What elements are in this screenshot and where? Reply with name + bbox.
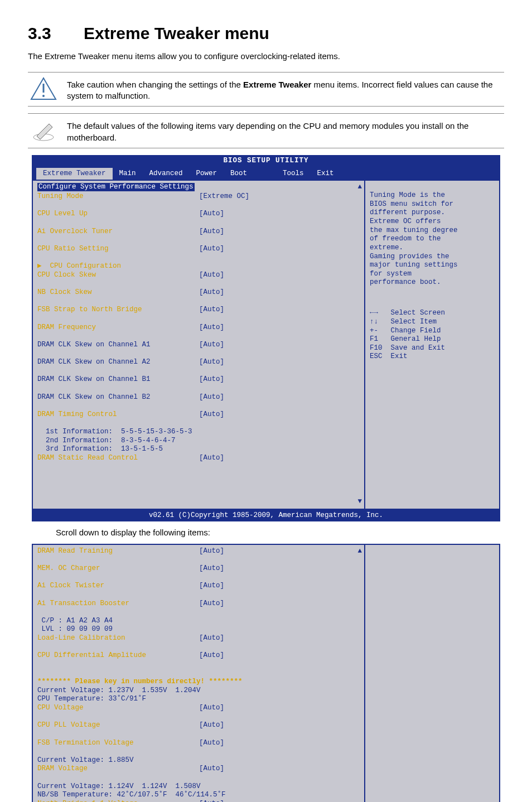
bios-copyright: v02.61 (C)Copyright 1985-2009, American … [32,510,500,521]
section-number: 3.3 [28,22,84,45]
caution-bold: Extreme Tweaker [243,80,311,89]
page-title: 3.3Extreme Tweaker menu [28,22,504,45]
tab-extreme-tweaker[interactable]: Extreme Tweaker [36,168,113,180]
tab-advanced[interactable]: Advanced [143,168,190,180]
info-note: The default values of the following item… [28,113,504,148]
section-title: Extreme Tweaker menu [84,24,269,42]
bios-left-panel: Configure System Performance Settings Tu… [33,181,365,509]
tab-exit[interactable]: Exit [311,168,341,180]
bios-left-panel-2: DRAM Read Training[Auto] MEM. OC Charger… [33,545,365,802]
tab-tools[interactable]: Tools [276,168,311,180]
info-text: The default values of the following item… [67,118,504,143]
caution-text: Take caution when changing the settings … [67,77,504,102]
tab-power[interactable]: Power [190,168,224,180]
bios-header: BIOS SETUP UTILITY [32,155,500,167]
bios-screen-1: BIOS SETUP UTILITY Extreme Tweaker Main … [32,155,500,521]
tab-boot[interactable]: Boot [224,168,254,180]
bios-right-panel-2: ←→ Select Screen ↑↓ Select Item +- Chang… [365,545,499,802]
pencil-icon [28,118,59,142]
svg-point-2 [42,95,45,97]
scroll-down-icon[interactable]: ▼ [357,497,362,506]
scroll-up-icon[interactable]: ▲ [357,183,362,192]
bios-screen-2: DRAM Read Training[Auto] MEM. OC Charger… [32,544,500,802]
caution-note: Take caution when changing the settings … [28,72,504,107]
intro-text: The Extreme Tweaker menu items allow you… [28,51,504,62]
scroll-up-icon[interactable]: ▲ [357,547,362,556]
caution-icon [28,77,59,100]
nav-keys: ←→ Select Screen ↑↓ Select Item +- Chang… [370,309,495,361]
help-text: Tuning Mode is the BIOS menu switch for … [370,191,495,287]
scroll-note: Scroll down to display the following ite… [56,527,504,538]
bios-tabs: Extreme Tweaker Main Advanced Power Boot… [32,167,500,181]
bios-right-panel: Tuning Mode is the BIOS menu switch for … [365,181,499,509]
tab-main[interactable]: Main [113,168,143,180]
